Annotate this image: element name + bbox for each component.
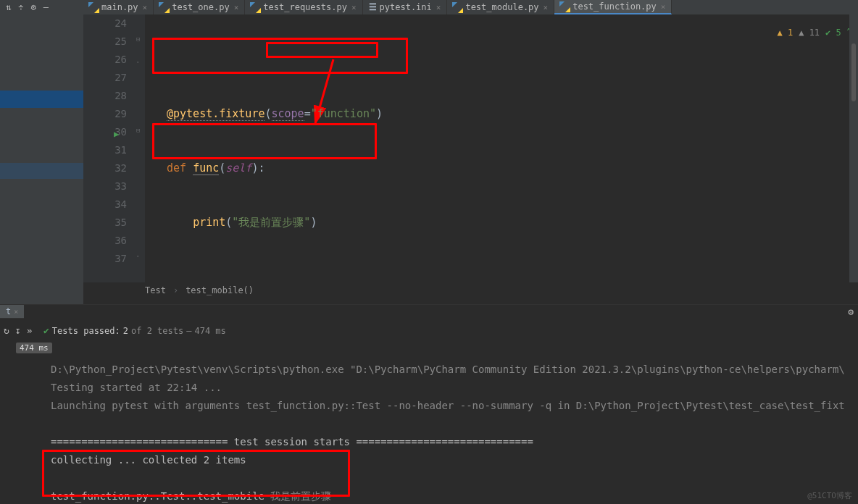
decorator: @pytest.fixture: [167, 107, 265, 121]
tab-test-one[interactable]: test_one.py×: [154, 0, 245, 14]
tab-test-function[interactable]: test_function.py×: [554, 0, 672, 14]
console-line: D:\Python_Project\Pytest\venv\Scripts\py…: [51, 364, 845, 375]
line-number: 24: [83, 14, 127, 33]
line-number: 26: [83, 51, 127, 69]
tool-icon-b[interactable]: ÷: [18, 2, 23, 12]
collapse-icon[interactable]: —: [43, 2, 49, 12]
python-icon: [159, 3, 169, 12]
breadcrumb-item[interactable]: Test: [145, 285, 166, 295]
tab-label: test_module.py: [465, 2, 538, 12]
close-icon[interactable]: ×: [661, 2, 666, 12]
line-number: 36: [83, 232, 127, 250]
line-number: 27: [83, 69, 127, 87]
fold-icon[interactable]: ⊟: [136, 35, 140, 43]
tests-status: ✔ Tests passed: 2 of 2 tests – 474 ms: [43, 325, 226, 336]
line-number: 37: [83, 250, 127, 268]
export-icon[interactable]: ↧: [15, 325, 21, 336]
line-number: 25: [83, 33, 127, 51]
console-line: ============================= test sessi…: [51, 436, 533, 448]
gear-icon[interactable]: ⚙: [848, 306, 854, 317]
console-line: test_function.py::Test::test_mobile: [51, 490, 270, 502]
scrollbar-thumb[interactable]: [851, 43, 856, 101]
run-tab-label: t: [6, 306, 11, 316]
project-tree-selection-2: [0, 163, 83, 179]
history-icon[interactable]: ↻: [4, 325, 9, 336]
editor-tabs: main.py× test_one.py× test_requests.py× …: [83, 0, 858, 14]
python-icon: [89, 3, 99, 12]
tab-label: main.py: [101, 2, 138, 12]
line-number-gutter[interactable]: 24 25 26 27 28 29 30 31 32 33 34 35 36 3…: [83, 14, 145, 282]
close-icon[interactable]: ×: [143, 3, 148, 12]
line-number: 32: [83, 159, 127, 177]
tab-label: pytest.ini: [380, 2, 432, 12]
close-icon[interactable]: ×: [436, 3, 441, 12]
python-icon: [251, 3, 260, 12]
tab-label: test_requests.py: [263, 2, 347, 12]
run-toolbar: ↻ ↧ »: [4, 325, 32, 336]
check-icon: ✔: [43, 325, 49, 336]
fold-icon[interactable]: ˬ: [136, 250, 140, 257]
console-line: Testing started at 22:14 ...: [51, 382, 222, 393]
run-gutter-icon[interactable]: ▶: [114, 129, 119, 139]
run-tool-window: t × ⚙ ↻ ↧ » ✔ Tests passed: 2 of 2 tests…: [0, 304, 858, 504]
fold-icon[interactable]: ˬ: [136, 56, 140, 63]
close-icon[interactable]: ×: [351, 3, 357, 12]
code-area[interactable]: @pytest.fixture(scope="function") def fu…: [145, 14, 858, 282]
python-icon: [560, 2, 570, 12]
run-tab[interactable]: t ×: [0, 305, 24, 319]
python-icon: [453, 3, 462, 12]
tab-label: test_function.py: [572, 1, 657, 12]
close-icon[interactable]: ×: [543, 3, 549, 12]
line-number: 31: [83, 141, 127, 159]
fold-icon[interactable]: ⊟: [136, 127, 140, 134]
line-number: 30: [83, 123, 127, 141]
project-tree[interactable]: [0, 14, 83, 304]
tab-test-module[interactable]: test_module.py×: [447, 0, 554, 14]
close-icon[interactable]: ×: [234, 3, 239, 12]
ini-icon: ☰: [369, 2, 377, 12]
console-line: Launching pytest with arguments test_fun…: [51, 400, 845, 411]
line-number: 34: [83, 196, 127, 214]
console-output[interactable]: D:\Python_Project\Pytest\venv\Scripts\py…: [51, 343, 858, 504]
close-icon[interactable]: ×: [14, 308, 18, 316]
project-toolbar: ⇅ ÷ ⚙ —: [0, 0, 83, 14]
tab-pytest-ini[interactable]: ☰pytest.ini×: [363, 0, 448, 14]
tab-main-py[interactable]: main.py×: [83, 0, 154, 14]
watermark: @51CTO博客: [807, 490, 852, 501]
tab-label: test_one.py: [172, 2, 229, 12]
breadcrumb-item[interactable]: test_mobile(): [186, 285, 254, 295]
line-number: 33: [83, 177, 127, 196]
tool-icon-a[interactable]: ⇅: [6, 2, 11, 12]
project-tree-selection: [0, 91, 83, 108]
line-number: 29: [83, 105, 127, 123]
tab-test-requests[interactable]: test_requests.py×: [245, 0, 362, 14]
line-number: 35: [83, 214, 127, 232]
chevron-right-icon: ›: [173, 285, 178, 295]
console-line: collecting ... collected 2 items: [51, 454, 246, 466]
editor-vertical-scrollbar[interactable]: [849, 14, 858, 282]
line-number: 28: [83, 87, 127, 105]
expand-icon[interactable]: »: [27, 325, 33, 336]
gear-icon[interactable]: ⚙: [30, 2, 36, 12]
code-editor[interactable]: ▲ 1 ▲ 11 ✔ 5 ˄ 24 25 26 27 28 29 30 31 3…: [83, 14, 858, 282]
editor-breadcrumb[interactable]: Test › test_mobile(): [145, 285, 254, 295]
duration-badge: 474 ms: [16, 343, 52, 353]
